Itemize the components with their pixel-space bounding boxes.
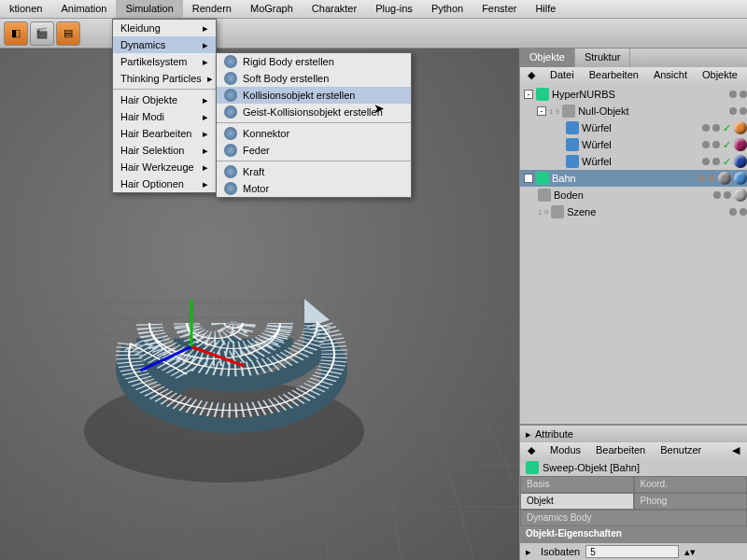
vis-dot[interactable] [698, 175, 705, 182]
menu-item[interactable]: Kleidung▸ [113, 20, 216, 36]
menu-rendern[interactable]: Rendern [183, 0, 241, 18]
vis-dot[interactable] [712, 124, 720, 132]
menu-item[interactable]: Soft Body erstellen [217, 70, 411, 87]
menu-plug-ins[interactable]: Plug-ins [366, 0, 422, 18]
vis-dot[interactable] [724, 191, 731, 199]
menu-item[interactable]: Konnektor [217, 125, 411, 142]
dropdown-icon[interactable]: ▸ [526, 546, 535, 558]
tag-icon[interactable] [734, 172, 747, 185]
object-icon [566, 121, 579, 134]
back-icon[interactable]: ◀ [725, 442, 747, 459]
tool-cube-icon[interactable]: ◧ [4, 21, 28, 46]
material-ball[interactable] [734, 138, 747, 151]
menu-item[interactable]: Hair Selektion▸ [113, 142, 216, 159]
vis-dot[interactable] [740, 208, 747, 216]
expand-icon[interactable]: - [524, 90, 533, 99]
menu-simulation[interactable]: Simulation [116, 0, 182, 18]
menu-label: Hair Selektion [120, 145, 184, 156]
menu-item[interactable]: Rigid Body erstellen [217, 53, 411, 70]
menu-item[interactable]: Motor [217, 180, 411, 197]
attr-tab-phong[interactable]: Phong [634, 493, 748, 510]
menu-item[interactable]: Partikelsystem▸ [113, 53, 216, 70]
material-ball[interactable] [718, 172, 731, 185]
vis-dot[interactable] [712, 141, 720, 148]
dynamics-submenu[interactable]: Rigid Body erstellenSoft Body erstellenK… [216, 52, 412, 198]
submenu-arrow-icon: ▸ [203, 178, 208, 190]
menu-label: Kollisionsobjekt erstellen [243, 90, 355, 101]
tree-row[interactable]: Würfel✓ [520, 119, 747, 136]
tree-row[interactable]: 1 9Szene [520, 203, 747, 220]
material-ball[interactable] [734, 155, 747, 168]
vis-dot[interactable] [712, 158, 720, 165]
panel-menu-objekte[interactable]: Objekte [695, 67, 745, 84]
menu-charakter[interactable]: Charakter [303, 0, 366, 18]
menu-label: Dynamics [120, 39, 165, 50]
material-ball[interactable] [734, 189, 747, 202]
check-icon[interactable]: ✓ [723, 122, 731, 134]
menu-label: Rigid Body erstellen [243, 56, 334, 67]
menu-item[interactable]: Dynamics▸ [113, 36, 216, 53]
tree-row[interactable]: -HyperNURBS [520, 86, 747, 103]
menu-python[interactable]: Python [422, 0, 472, 18]
tab-objekte[interactable]: Objekte [520, 49, 575, 67]
menu-item[interactable]: Kollisionsobjekt erstellen [217, 87, 411, 104]
object-icon [566, 155, 579, 168]
panel-menu-ansicht[interactable]: Ansicht [646, 67, 695, 84]
tab-struktur[interactable]: Struktur [575, 49, 631, 67]
attr-tab-koord.[interactable]: Koord. [634, 476, 748, 493]
chevron-down-icon[interactable]: ▸ [526, 428, 531, 441]
attr-menu-modus[interactable]: Modus [543, 442, 588, 459]
tool-board-icon[interactable]: ▤ [56, 21, 80, 46]
vis-dot[interactable] [702, 141, 710, 148]
menu-mograph[interactable]: MoGraph [241, 0, 303, 18]
attr-icon[interactable]: ◆ [520, 442, 543, 459]
material-ball[interactable] [734, 121, 747, 134]
object-tree[interactable]: -HyperNURBS-1 9Null-ObjektWürfel✓Würfel✓… [520, 84, 747, 424]
vis-dot[interactable] [713, 191, 721, 199]
tree-row[interactable]: Würfel✓ [520, 153, 747, 170]
vis-dot[interactable] [702, 158, 710, 165]
vis-dot[interactable] [708, 175, 715, 182]
panel-menu-datei[interactable]: Datei [543, 67, 582, 84]
vis-dot[interactable] [740, 91, 747, 98]
attr-tab-objekt[interactable]: Objekt [520, 493, 634, 510]
tool-clapper-icon[interactable]: 🎬 [30, 21, 54, 46]
panel-menu-bearbeiten[interactable]: Bearbeiten [582, 67, 646, 84]
menu-animation[interactable]: Animation [51, 0, 116, 18]
tree-row[interactable]: +Bahn [520, 170, 747, 187]
simulation-menu[interactable]: Kleidung▸Dynamics▸Partikelsystem▸Thinkin… [112, 19, 217, 193]
panel-icon[interactable]: ◆ [520, 67, 543, 84]
vis-dot[interactable] [702, 124, 710, 132]
menu-item[interactable]: Kraft [217, 163, 411, 180]
tree-label: Würfel [582, 122, 612, 133]
tree-row[interactable]: Boden [520, 187, 747, 203]
attr-menu-benutzer[interactable]: Benutzer [653, 442, 709, 459]
menu-item[interactable]: Hair Bearbeiten▸ [113, 125, 216, 142]
expand-icon[interactable]: - [537, 106, 546, 116]
menu-item[interactable]: Thinking Particles▸ [113, 70, 216, 87]
expand-icon[interactable]: + [524, 174, 533, 183]
check-icon[interactable]: ✓ [723, 139, 731, 151]
menu-item[interactable]: Hair Objekte▸ [113, 91, 216, 108]
isobaten-input[interactable] [585, 545, 679, 558]
tree-row[interactable]: Würfel✓ [520, 136, 747, 153]
menu-ktionen[interactable]: ktionen [0, 0, 51, 18]
menu-item[interactable]: Hair Werkzeuge▸ [113, 159, 216, 175]
stepper-icon[interactable]: ▴▾ [684, 546, 696, 558]
attr-menu-bearbeiten[interactable]: Bearbeiten [588, 442, 653, 459]
menu-fenster[interactable]: Fenster [472, 0, 526, 18]
menu-item[interactable]: Hair Modi▸ [113, 108, 216, 125]
vis-dot[interactable] [729, 208, 737, 216]
check-icon[interactable]: ✓ [723, 156, 731, 168]
vis-dot[interactable] [740, 107, 747, 115]
tree-row[interactable]: -1 9Null-Objekt [520, 103, 747, 119]
attr-tab-dynamics body[interactable]: Dynamics Body [520, 510, 747, 526]
menu-item[interactable]: Feder [217, 142, 411, 159]
menu-item[interactable]: Geist-Kollisionsobjekt erstellen [217, 104, 411, 120]
menu-item[interactable]: Hair Optionen▸ [113, 175, 216, 192]
menu-hilfe[interactable]: Hilfe [526, 0, 565, 18]
attr-tab-basis[interactable]: Basis [520, 476, 634, 493]
vis-dot[interactable] [729, 91, 737, 98]
tree-label: Null-Objekt [578, 105, 628, 117]
vis-dot[interactable] [729, 107, 737, 115]
